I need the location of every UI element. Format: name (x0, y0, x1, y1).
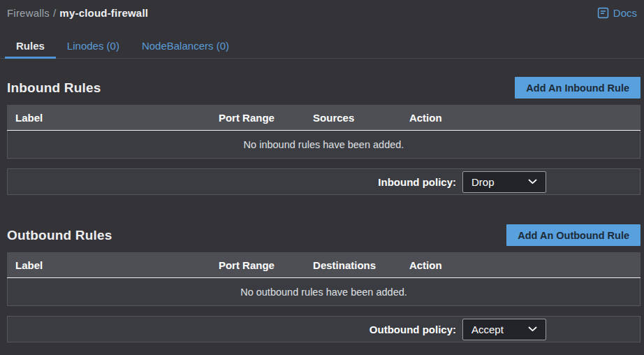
outbound-policy-selected-value: Accept (471, 324, 504, 335)
inbound-empty-message: No inbound rules have been added. (244, 139, 404, 150)
content-area: Inbound Rules Add An Inbound Rule Label … (0, 77, 644, 342)
inbound-column-sources: Sources (313, 112, 409, 124)
inbound-empty-row: No inbound rules have been added. (7, 131, 641, 159)
outbound-rules-title: Outbound Rules (7, 228, 112, 243)
tab-rules[interactable]: Rules (5, 34, 56, 58)
outbound-column-destinations: Destinations (313, 259, 409, 271)
add-inbound-rule-button[interactable]: Add An Inbound Rule (515, 77, 641, 99)
inbound-table-header-row: Label Port Range Sources Action (7, 105, 641, 131)
outbound-column-port-range: Port Range (219, 259, 313, 271)
outbound-policy-row: Outbound policy: Accept (7, 316, 641, 342)
breadcrumb-firewalls-link[interactable]: Firewalls (7, 7, 50, 19)
docs-link[interactable]: Docs (597, 7, 637, 19)
breadcrumb-separator: / (53, 7, 56, 19)
chevron-down-icon (528, 326, 537, 332)
outbound-rules-table: Label Port Range Destinations Action No … (7, 252, 641, 306)
outbound-empty-row: No outbound rules have been added. (7, 278, 641, 306)
inbound-policy-row: Inbound policy: Drop (7, 168, 641, 195)
outbound-policy-select[interactable]: Accept (462, 319, 546, 340)
outbound-section-header: Outbound Rules Add An Outbound Rule (7, 224, 641, 246)
inbound-column-action: Action (409, 112, 641, 124)
outbound-column-action: Action (409, 259, 641, 271)
breadcrumb: Firewalls/my-cloud-firewall (7, 7, 148, 19)
inbound-policy-label: Inbound policy: (378, 176, 456, 188)
outbound-column-label: Label (7, 259, 219, 271)
inbound-rules-table: Label Port Range Sources Action No inbou… (7, 105, 641, 159)
outbound-empty-message: No outbound rules have been added. (240, 287, 407, 298)
inbound-column-port-range: Port Range (219, 112, 313, 124)
outbound-policy-label: Outbound policy: (369, 324, 456, 335)
breadcrumb-current-firewall: my-cloud-firewall (59, 7, 148, 19)
inbound-section-header: Inbound Rules Add An Inbound Rule (7, 77, 641, 99)
top-bar: Firewalls/my-cloud-firewall Docs (0, 0, 644, 19)
tab-linodes[interactable]: Linodes (0) (56, 34, 131, 58)
inbound-policy-select[interactable]: Drop (462, 171, 546, 193)
tab-nodebalancers[interactable]: NodeBalancers (0) (131, 34, 240, 58)
firewall-detail-page: Firewalls/my-cloud-firewall Docs Rules L… (0, 0, 644, 355)
outbound-table-header-row: Label Port Range Destinations Action (7, 252, 641, 278)
inbound-rules-title: Inbound Rules (7, 80, 101, 96)
add-outbound-rule-button[interactable]: Add An Outbound Rule (506, 224, 641, 246)
inbound-column-label: Label (7, 112, 219, 124)
tab-bar: Rules Linodes (0) NodeBalancers (0) (0, 34, 644, 59)
docs-icon (597, 7, 609, 19)
inbound-policy-selected-value: Drop (471, 176, 495, 188)
docs-link-label: Docs (613, 7, 637, 19)
chevron-down-icon (528, 179, 537, 184)
